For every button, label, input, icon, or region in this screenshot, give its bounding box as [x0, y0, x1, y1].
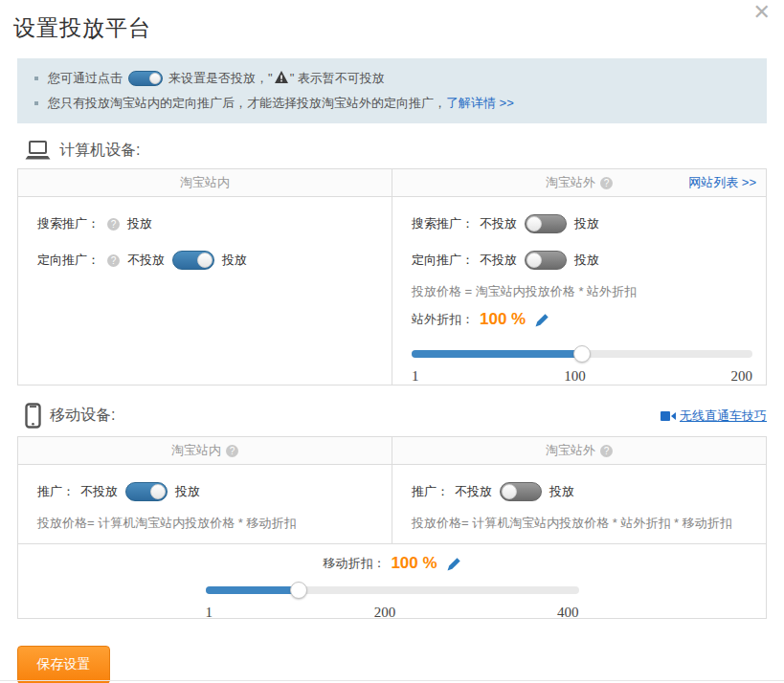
slider-ticks: 1 100 200	[412, 368, 752, 385]
mobile-discount-label: 移动折扣：	[323, 555, 385, 572]
toggle-off-label: 不投放	[480, 252, 517, 269]
targeted-promo-label: 定向推广：	[412, 252, 474, 269]
save-settings-button[interactable]: 保存设置	[17, 646, 110, 683]
toggle-on-label: 投放	[222, 252, 247, 269]
toggle-off-label: 不投放	[455, 483, 492, 500]
mobile-table-header: 淘宝站内 ? 淘宝站外 ?	[18, 437, 766, 465]
computer-table-header: 淘宝站内 淘宝站外 ? 网站列表 >>	[18, 169, 766, 197]
mobile-table: 淘宝站内 ? 淘宝站外 ? 推广： 不投放 投放 投放价格= 计算机淘宝站内投放…	[17, 436, 767, 619]
header-label: 淘宝站外	[546, 174, 595, 191]
offsite-discount-row: 站外折扣： 100 %	[412, 310, 752, 329]
toggle-example[interactable]	[128, 71, 163, 86]
targeted-promo-label: 定向推广：	[37, 252, 100, 269]
mobile-slider-wrap: 1 200 400	[206, 581, 579, 621]
computer-offsite-cell: 搜索推广： 不投放 投放 定向推广： 不投放 投放 投放价格 = 淘宝站内投放价…	[392, 197, 766, 385]
computer-section-header: 计算机设备:	[25, 141, 767, 161]
notice-line-1: 您可通过点击 来设置是否投放，" " 表示暂不可投放	[33, 66, 751, 91]
notice-box: 您可通过点击 来设置是否投放，" " 表示暂不可投放 您只有投放淘宝站内的定向推…	[17, 58, 767, 123]
notice-text: 您只有投放淘宝站内的定向推广后，才能选择投放淘宝站外的定向推广，	[48, 95, 446, 112]
mobile-section-title: 移动设备:	[50, 406, 115, 426]
slider-ticks: 1 200 400	[206, 605, 579, 621]
learn-more-link[interactable]: 了解详情 >>	[446, 95, 514, 112]
mobile-offsite-cell: 推广： 不投放 投放 投放价格= 计算机淘宝站内投放价格 * 站外折扣 * 移动…	[392, 465, 766, 543]
toggle-knob	[150, 484, 166, 499]
targeted-promo-row: 定向推广： ? 不投放 投放	[37, 247, 378, 274]
notice-text: 您可通过点击	[48, 70, 123, 87]
bullet-icon	[34, 101, 38, 105]
help-icon[interactable]: ?	[600, 445, 613, 457]
toggle-knob	[502, 484, 517, 499]
computer-onsite-cell: 搜索推广： ? 投放 定向推广： ? 不投放 投放	[18, 197, 392, 385]
targeted-promo-toggle[interactable]	[172, 251, 214, 270]
warning-icon	[275, 71, 288, 86]
mobile-onsite-formula: 投放价格= 计算机淘宝站内投放价格 * 移动折扣	[37, 515, 378, 532]
notice-text: 来设置是否投放，"	[168, 70, 273, 87]
dialog-bottom-border	[0, 680, 784, 681]
help-icon[interactable]: ?	[226, 445, 238, 457]
help-icon[interactable]: ?	[600, 177, 613, 189]
tick-min: 1	[206, 605, 213, 621]
toggle-off-label: 不投放	[480, 215, 517, 232]
promo-label: 推广：	[412, 483, 449, 500]
wireless-tips-label: 无线直通车技巧	[680, 408, 767, 425]
toggle-on-label: 投放	[574, 215, 599, 232]
close-icon[interactable]: ✕	[751, 0, 773, 25]
search-promo-row: 搜索推广： 不投放 投放	[412, 210, 752, 237]
toggle-on-label: 投放	[175, 483, 200, 500]
search-promo-row: 搜索推广： ? 投放	[37, 210, 378, 237]
targeted-promo-row: 定向推广： 不投放 投放	[412, 247, 752, 274]
header-label: 淘宝站外	[546, 442, 595, 459]
tick-max: 400	[557, 605, 579, 621]
search-promo-status: 投放	[127, 215, 152, 232]
website-list-link[interactable]: 网站列表 >>	[688, 174, 756, 191]
help-icon[interactable]: ?	[107, 254, 120, 267]
computer-icon	[25, 141, 51, 161]
mobile-discount-row: 移动折扣： 100 %	[18, 554, 766, 573]
header-label: 淘宝站内	[180, 174, 230, 191]
search-promo-label: 搜索推广：	[412, 215, 474, 232]
slider-fill	[412, 350, 582, 358]
computer-section-title: 计算机设备:	[59, 141, 140, 161]
promo-label: 推广：	[37, 483, 75, 500]
notice-text: " 表示暂不可投放	[290, 70, 385, 87]
tick-mid: 200	[374, 605, 396, 621]
mobile-offsite-toggle[interactable]	[500, 482, 542, 501]
toggle-knob	[526, 216, 542, 231]
toggle-on-label: 投放	[549, 483, 574, 500]
computer-table: 淘宝站内 淘宝站外 ? 网站列表 >> 搜索推广： ? 投放 定向推广： ? 不…	[17, 168, 767, 386]
computer-header-offsite: 淘宝站外 ? 网站列表 >>	[392, 169, 766, 196]
search-promo-toggle[interactable]	[525, 214, 567, 233]
slider-handle[interactable]	[290, 582, 307, 599]
toggle-knob	[149, 73, 161, 84]
mobile-phone-icon	[25, 403, 41, 429]
offsite-price-formula: 投放价格 = 淘宝站内投放价格 * 站外折扣	[412, 283, 752, 300]
toggle-knob	[197, 253, 213, 268]
video-camera-icon	[661, 410, 676, 422]
mobile-promo-row: 推广： 不投放 投放	[412, 478, 752, 505]
edit-icon[interactable]	[447, 557, 461, 571]
wireless-tips-link[interactable]: 无线直通车技巧	[661, 408, 767, 425]
slider-fill	[206, 586, 300, 594]
offsite-discount-value: 100 %	[480, 310, 526, 329]
page-title: 设置投放平台	[13, 13, 784, 43]
mobile-discount-slider	[206, 581, 579, 600]
computer-table-body: 搜索推广： ? 投放 定向推广： ? 不投放 投放 搜索推广： 不投放 投放 定…	[18, 197, 766, 385]
bullet-icon	[34, 77, 38, 80]
offsite-discount-label: 站外折扣：	[412, 311, 474, 328]
mobile-onsite-cell: 推广： 不投放 投放 投放价格= 计算机淘宝站内投放价格 * 移动折扣	[18, 465, 392, 543]
mobile-onsite-toggle[interactable]	[125, 482, 168, 501]
tick-mid: 100	[564, 368, 586, 385]
header-label: 淘宝站内	[171, 442, 221, 459]
toggle-knob	[526, 253, 542, 268]
offsite-discount-slider	[412, 344, 752, 364]
tick-max: 200	[731, 368, 753, 385]
help-icon[interactable]: ?	[107, 218, 120, 231]
mobile-discount-panel: 移动折扣： 100 % 1 200 400	[18, 543, 766, 618]
edit-icon[interactable]	[535, 313, 549, 327]
mobile-offsite-formula: 投放价格= 计算机淘宝站内投放价格 * 站外折扣 * 移动折扣	[412, 515, 752, 532]
mobile-table-body: 推广： 不投放 投放 投放价格= 计算机淘宝站内投放价格 * 移动折扣 推广： …	[18, 465, 766, 543]
notice-line-2: 您只有投放淘宝站内的定向推广后，才能选择投放淘宝站外的定向推广， 了解详情 >>	[33, 91, 751, 116]
slider-handle[interactable]	[573, 345, 591, 363]
targeted-promo-toggle[interactable]	[525, 251, 567, 270]
mobile-promo-row: 推广： 不投放 投放	[37, 478, 378, 505]
